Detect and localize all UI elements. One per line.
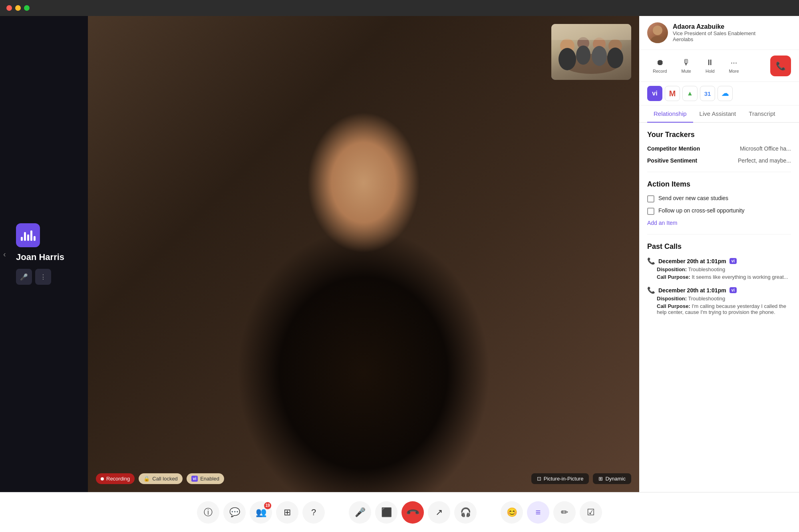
help-button[interactable]: ? — [302, 501, 325, 524]
pip-meeting-feed — [551, 24, 631, 80]
collapse-sidebar-button[interactable]: ‹ — [3, 250, 6, 259]
annotate-button[interactable]: ✏ — [553, 501, 576, 524]
trackers-title: Your Trackers — [647, 131, 791, 139]
mute-icon: 🎙 — [682, 58, 690, 67]
pip-button[interactable]: ⊡ Picture-in-Picture — [531, 473, 589, 484]
salesforce-icon-label: ☁ — [721, 89, 729, 98]
pip-video[interactable] — [551, 24, 631, 80]
calendar-icon-label: 31 — [704, 90, 711, 97]
share-screen-button[interactable]: ⊞ — [276, 501, 298, 524]
tab-live-assistant[interactable]: Live Assistant — [693, 105, 743, 123]
info-button[interactable]: ⓘ — [197, 501, 219, 524]
past-call-header-1: 📞 December 20th at 1:01pm vi — [647, 286, 791, 294]
action-checkbox-0[interactable] — [647, 195, 654, 202]
microphone-button[interactable]: 🎤 — [349, 501, 371, 524]
pip-meeting-svg — [551, 24, 631, 80]
past-call-item-1: 📞 December 20th at 1:01pm vi Disposition… — [647, 286, 791, 315]
svg-point-4 — [576, 46, 590, 65]
salesforce-app-icon[interactable]: ☁ — [718, 86, 733, 101]
stop-video-button[interactable]: ⬛ — [375, 501, 398, 524]
bottom-badges-right: ⊡ Picture-in-Picture ⊞ Dynamic — [531, 473, 631, 484]
traffic-lights — [6, 5, 30, 11]
record-label: Record — [653, 69, 667, 73]
tracker-row: Positive Sentiment Perfect, and maybe... — [647, 157, 791, 164]
microphone-icon: 🎤 — [355, 507, 366, 518]
disposition-label-1: Disposition: — [657, 296, 687, 302]
panel-content: Your Trackers Competitor Mention Microso… — [639, 123, 799, 492]
mute-button[interactable]: 🎙 Mute — [676, 55, 696, 77]
maximize-button[interactable] — [24, 5, 30, 11]
participant-mic-button[interactable]: 🎤 — [16, 269, 32, 285]
dynamic-icon: ⊞ — [598, 476, 603, 482]
trackers-section: Your Trackers Competitor Mention Microso… — [647, 131, 791, 164]
end-call-icon: 📞 — [405, 505, 420, 520]
call-icon-0: 📞 — [647, 257, 655, 265]
minimize-button[interactable] — [15, 5, 21, 11]
tasks-button[interactable]: ☑ — [580, 501, 602, 524]
audio-bar — [34, 236, 36, 241]
dynamic-button[interactable]: ⊞ Dynamic — [593, 473, 631, 484]
video-area: Recording 🔒 Call locked vi Enabled ⊡ Pic… — [88, 16, 639, 492]
calendar-app-icon[interactable]: 31 — [700, 86, 715, 101]
participant-more-button[interactable]: ⋮ — [35, 269, 51, 285]
end-call-button[interactable]: 📞 — [401, 501, 424, 524]
tab-transcript[interactable]: Transcript — [742, 105, 781, 123]
past-calls-title: Past Calls — [647, 242, 791, 251]
audio-bar — [24, 232, 26, 241]
tabs-row: Relationship Live Assistant Transcript — [639, 105, 799, 123]
participant-info: Joan Harris 🎤 ⋮ — [8, 223, 64, 285]
annotate-icon: ✏ — [561, 507, 568, 518]
share-button[interactable]: ↗ — [428, 501, 450, 524]
participant-name: Joan Harris — [16, 252, 64, 262]
tasks-icon: ☑ — [587, 507, 595, 518]
end-call-panel-button[interactable]: 📞 — [770, 56, 791, 76]
section-divider — [647, 172, 791, 172]
participants-badge: 19 — [264, 502, 271, 509]
drive-app-icon[interactable]: ▲ — [682, 86, 698, 101]
add-item-button[interactable]: Add an Item — [647, 220, 791, 226]
hold-icon: ⏸ — [706, 58, 714, 67]
drive-icon-label: ▲ — [687, 90, 693, 97]
tracker-label-1: Positive Sentiment — [647, 157, 697, 164]
action-item-text-0: Send over new case studies — [658, 195, 728, 201]
gmail-icon-label: M — [669, 89, 676, 98]
bottom-toolbar: ⓘ 💬 👥 19 ⊞ ? 🎤 ⬛ 📞 ↗ 🎧 😊 ≡ ✏ ☑ — [0, 492, 799, 532]
action-checkbox-1[interactable] — [647, 208, 654, 215]
close-button[interactable] — [6, 5, 12, 11]
emoji-icon: 😊 — [507, 507, 517, 518]
layout-icon: ≡ — [536, 507, 541, 518]
contact-avatar — [647, 22, 668, 43]
disposition-value-0: Troubleshooting — [688, 266, 725, 272]
call-locked-badge: 🔒 Call locked — [139, 473, 183, 484]
enabled-label: Enabled — [200, 476, 219, 482]
record-button[interactable]: ⏺ Record — [647, 55, 672, 77]
vi-enabled-badge: vi Enabled — [187, 473, 224, 484]
participants-button[interactable]: 👥 19 — [250, 501, 272, 524]
past-call-item-0: 📞 December 20th at 1:01pm vi Disposition… — [647, 257, 791, 280]
gmail-app-icon[interactable]: M — [665, 86, 680, 101]
action-item-0: Send over new case studies — [647, 195, 791, 202]
vi-icon-label: vi — [652, 90, 657, 97]
pip-label: Picture-in-Picture — [544, 476, 584, 482]
tab-relationship[interactable]: Relationship — [647, 105, 693, 123]
layout-button[interactable]: ≡ — [527, 501, 549, 524]
main-video: Recording 🔒 Call locked vi Enabled ⊡ Pic… — [88, 16, 639, 492]
contact-info: Adaora Azabuike Vice President of Sales … — [673, 23, 755, 42]
pip-icon: ⊡ — [537, 476, 541, 482]
bottom-badges-left: Recording 🔒 Call locked vi Enabled — [96, 473, 224, 484]
svg-point-11 — [650, 36, 665, 43]
chat-icon: 💬 — [229, 507, 240, 518]
stop-video-icon: ⬛ — [381, 507, 392, 518]
audio-button[interactable]: 🎧 — [454, 501, 477, 524]
svg-rect-9 — [551, 24, 631, 40]
emoji-button[interactable]: 😊 — [501, 501, 523, 524]
more-button[interactable]: ··· More — [723, 55, 745, 77]
action-item-1: Follow up on cross-sell opportunity — [647, 207, 791, 215]
audio-icon: 🎧 — [460, 507, 471, 518]
vi-app-icon[interactable]: vi — [647, 86, 662, 101]
chat-button[interactable]: 💬 — [223, 501, 246, 524]
left-sidebar: ‹ Joan Harris 🎤 ⋮ — [0, 16, 88, 492]
tracker-value-1: Perfect, and maybe... — [738, 157, 791, 164]
section-divider-2 — [647, 234, 791, 234]
hold-button[interactable]: ⏸ Hold — [700, 55, 720, 77]
